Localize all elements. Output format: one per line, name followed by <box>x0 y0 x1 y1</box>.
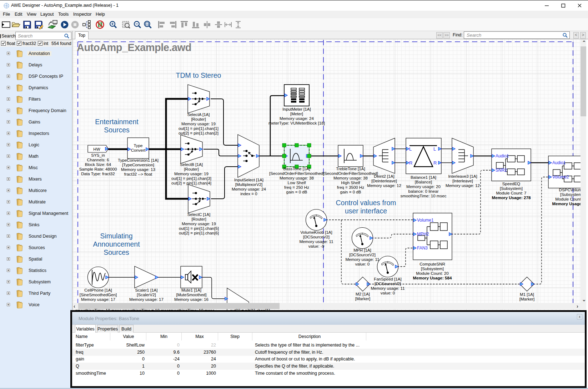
svg-text:value: 0: value: 0 <box>381 291 395 295</box>
svg-text:R: R <box>433 160 437 166</box>
svg-text:freq = 3500 Hz: freq = 3500 Hz <box>337 185 365 190</box>
svg-text:[ScalerV2]: [ScalerV2] <box>137 292 156 297</box>
svg-text:FanSpeed [1A]: FanSpeed [1A] <box>374 277 401 281</box>
svg-text:[DCSourceV2]: [DCSourceV2] <box>303 234 330 239</box>
svg-text:Memory usage: 13: Memory usage: 13 <box>121 167 155 172</box>
svg-text:Memory usage: 11: Memory usage: 11 <box>299 239 333 244</box>
svg-text:M2 [1A]: M2 [1A] <box>356 292 370 296</box>
svg-text:AutoAmp_Example.awd: AutoAmp_Example.awd <box>77 42 191 53</box>
svg-text:InputSelect [1A]: InputSelect [1A] <box>234 177 263 182</box>
svg-text:out[1] = pin[1].chan[5]: out[1] = pin[1].chan[5] <box>179 226 219 231</box>
svg-text:Volume1: Volume1 <box>417 218 434 223</box>
svg-text:[TypeConversion]: [TypeConversion] <box>122 162 154 167</box>
svg-text:SpeedEQ: SpeedEQ <box>502 181 520 186</box>
svg-text:High Shelf: High Shelf <box>341 180 360 185</box>
svg-text:Type: Type <box>134 143 142 148</box>
svg-text:[MuteSmoothed]: [MuteSmoothed] <box>176 292 206 297</box>
svg-text:Audio1: Audio1 <box>552 160 566 165</box>
svg-text:Balance1 [1A]: Balance1 [1A] <box>411 175 436 180</box>
svg-text:M1 [1A]: M1 [1A] <box>520 292 534 297</box>
svg-text:Announcement: Announcement <box>93 240 140 248</box>
svg-text:Memory Usage: 278: Memory Usage: 278 <box>492 195 531 200</box>
svg-text:value: -9: value: -9 <box>308 244 324 248</box>
svg-text:out[1] = pin[1].chan[1]: out[1] = pin[1].chan[1] <box>179 126 218 131</box>
svg-text:HW: HW <box>93 147 100 151</box>
svg-text:TrebleTone [1A]: TrebleTone [1A] <box>336 166 365 171</box>
svg-text:MPH [1A]: MPH [1A] <box>353 248 371 252</box>
svg-text:balance: 0 linear: balance: 0 linear <box>408 189 438 193</box>
svg-text:Memory usage: 24: Memory usage: 24 <box>232 187 266 191</box>
svg-text:[Meter]: [Meter] <box>290 111 303 116</box>
svg-text:Low Shelf: Low Shelf <box>288 180 306 185</box>
svg-text:[Subsystem]: [Subsystem] <box>560 192 583 197</box>
svg-text:Mute1 [1A]: Mute1 [1A] <box>181 288 201 292</box>
svg-text:Memory usage: 12: Memory usage: 12 <box>367 183 401 188</box>
svg-text:user interface: user interface <box>345 207 387 215</box>
svg-text:Deint2 [1A]: Deint2 [1A] <box>374 174 394 178</box>
svg-text:InputMeter [1A]: InputMeter [1A] <box>282 107 311 111</box>
svg-text:Volume2: Volume2 <box>552 175 569 180</box>
svg-text:SelectA [1A]: SelectA [1A] <box>187 112 210 117</box>
svg-text:Memory usage: 38: Memory usage: 38 <box>280 176 314 180</box>
svg-text:Memory usage: 11: Memory usage: 11 <box>371 286 404 291</box>
svg-text:[Router]: [Router] <box>191 117 206 121</box>
svg-text:Memory usage: 17: Memory usage: 17 <box>129 297 164 302</box>
svg-text:Entertainment: Entertainment <box>95 118 139 126</box>
svg-text:SelectB [1A]: SelectB [1A] <box>180 162 203 167</box>
svg-text:Module Count: 7: Module Count: 7 <box>496 191 526 195</box>
svg-text:Simulating: Simulating <box>100 232 132 240</box>
svg-text:SNR2: SNR2 <box>496 168 507 173</box>
svg-text:FAN3: FAN3 <box>417 246 428 251</box>
svg-text:Channels: 6: Channels: 6 <box>87 157 109 162</box>
svg-text:[Subsystem]: [Subsystem] <box>500 186 523 191</box>
svg-text:Memory usage: 19: Memory usage: 19 <box>182 221 216 226</box>
svg-text:gain = 0 dB: gain = 0 dB <box>286 190 307 194</box>
svg-text:Memory Usage: 584: Memory Usage: 584 <box>413 276 452 280</box>
svg-text:[DCSourceV2]: [DCSourceV2] <box>349 252 376 257</box>
svg-text:Memory usage: 11: Memory usage: 11 <box>345 257 379 262</box>
svg-text:[DCSourceV2]: [DCSourceV2] <box>375 281 401 286</box>
svg-text:Audio1: Audio1 <box>496 153 509 158</box>
svg-text:[SecondOrderFilterSmoothed]: [SecondOrderFilterSmoothed] <box>269 171 324 176</box>
svg-text:Memory usage: 38: Memory usage: 38 <box>333 176 368 180</box>
svg-text:[Marker]: [Marker] <box>519 297 535 301</box>
svg-text:[Marker]: [Marker] <box>355 296 371 301</box>
svg-text:gain = 0 dB: gain = 0 dB <box>340 190 361 194</box>
svg-text:[Balance]: [Balance] <box>415 180 432 184</box>
svg-text:value: 0: value: 0 <box>355 262 370 266</box>
svg-text:out[2] = pin[1].chan[6]: out[2] = pin[1].chan[6] <box>179 231 219 235</box>
svg-text:[Subsystem]: [Subsystem] <box>421 266 444 271</box>
svg-text:index = 0: index = 0 <box>240 191 257 196</box>
svg-text:L: L <box>409 146 412 152</box>
svg-text:BassTone [1A]: BassTone [1A] <box>283 166 310 171</box>
svg-text:TDM to Stereo: TDM to Stereo <box>176 71 221 79</box>
svg-text:Convert: Convert <box>131 148 146 152</box>
svg-text:[MultiplexorV2]: [MultiplexorV2] <box>235 182 263 187</box>
svg-text:Memory usage: 16: Memory usage: 16 <box>174 297 208 302</box>
svg-text:[SecondOrderFilterSmoothed]: [SecondOrderFilterSmoothed] <box>323 171 378 176</box>
svg-text:[Router]: [Router] <box>184 167 198 171</box>
svg-text:smoothingTime: 10 msec: smoothingTime: 10 msec <box>400 193 446 198</box>
svg-text:[Router]: [Router] <box>191 217 206 221</box>
svg-text:VolumeKnob [1A]: VolumeKnob [1A] <box>300 230 332 234</box>
svg-text:L: L <box>433 146 436 152</box>
svg-text:TypeConversion1 [1A]: TypeConversion1 [1A] <box>118 158 159 162</box>
svg-text:Module Count: 20: Module Count: 20 <box>416 271 449 276</box>
svg-text:meterType: VUMeterBlock [18]: meterType: VUMeterBlock [18] <box>268 121 325 125</box>
svg-text:Memory usage: 20: Memory usage: 20 <box>406 184 441 189</box>
svg-text:Sample Rate: 48000: Sample Rate: 48000 <box>79 167 117 171</box>
svg-text:Memory usage: 24: Memory usage: 24 <box>280 116 314 121</box>
svg-text:Memory usage: 17: Memory usage: 17 <box>81 297 115 302</box>
svg-text:fract32 --> float: fract32 --> float <box>124 172 152 176</box>
svg-text:[SineSmoothedGen]: [SineSmoothedGen] <box>80 292 117 297</box>
svg-text:freq = 250 Hz: freq = 250 Hz <box>284 185 309 190</box>
svg-text:Memory usage: 19: Memory usage: 19 <box>181 121 216 126</box>
svg-text:ComputeSNR: ComputeSNR <box>419 262 445 266</box>
svg-text:Sources: Sources <box>104 126 130 134</box>
svg-text:CellPhone [1A]: CellPhone [1A] <box>84 288 112 292</box>
svg-text:out[2] = pin[1].chan[2]: out[2] = pin[1].chan[2] <box>179 131 218 135</box>
svg-text:[Deinterleave]: [Deinterleave] <box>371 178 397 183</box>
svg-text:out[1] = pin[1].chan[3]: out[1] = pin[1].chan[3] <box>171 176 211 181</box>
svg-text:out[2] = pin[1].chan[4]: out[2] = pin[1].chan[4] <box>171 181 211 185</box>
svg-text:[Interleave]: [Interleave] <box>452 178 473 183</box>
